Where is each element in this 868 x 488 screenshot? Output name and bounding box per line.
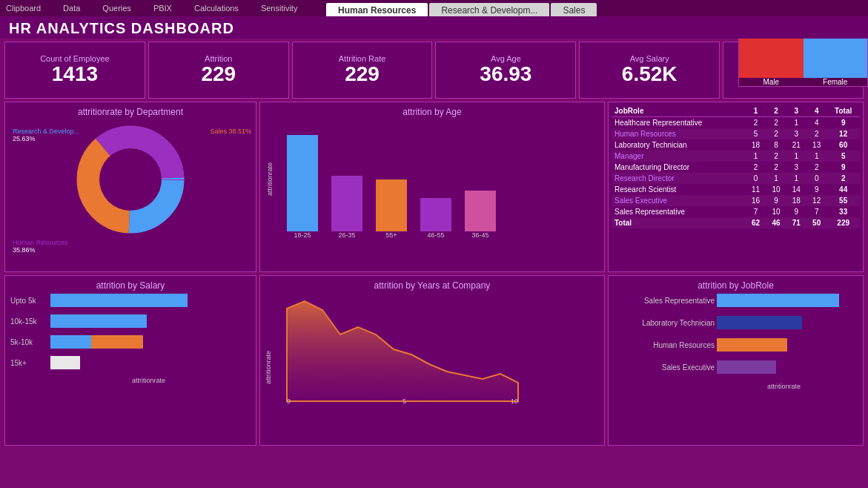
col1-cell: 5 (746, 128, 766, 139)
age-bar-46-55 (420, 198, 451, 231)
col3-cell: 1 (786, 173, 806, 184)
col-4: 4 (806, 105, 826, 117)
kpi-card-1: Attrition 229 (148, 42, 289, 99)
age-bar-title: attrition by Age (265, 107, 600, 117)
table-row: Research Director 0 1 1 0 2 (612, 173, 860, 184)
col1-cell: 0 (746, 173, 766, 184)
svg-text:0: 0 (287, 398, 291, 405)
jobrole-bar-chart: attrition by JobRole Sales Representativ… (608, 275, 864, 446)
job-role-table: JobRole 1 2 3 4 Total Healthcare Represe… (612, 105, 860, 228)
salary-bar-5k10k-blue (50, 335, 91, 349)
table-row: Human Resources 5 2 3 2 12 (612, 128, 860, 139)
table-row: Manager 1 2 1 1 5 (612, 151, 860, 162)
table-row: Healthcare Representative 2 2 1 4 9 (612, 117, 860, 129)
main-header: HR ANALYTICS DASHBOARD (0, 16, 868, 39)
col3-cell: 21 (786, 139, 806, 151)
age-bar-label-26-35: 26-35 (338, 231, 355, 239)
kpi-card-4: Avg Salary 6.52K (579, 42, 720, 99)
nav-clipboard[interactable]: Clipboard (6, 4, 41, 13)
jobrole-bar-title: attrition by JobRole (613, 280, 858, 291)
col2-cell: 10 (766, 184, 786, 195)
jobrole-label-labtech: Laboratory Technician (614, 319, 715, 327)
kpi-value-4: 6.52K (622, 63, 677, 86)
jobrole-cell: Manager (612, 151, 746, 162)
tab-research[interactable]: Research & Developm... (429, 3, 549, 18)
col2-cell: 10 (766, 206, 786, 217)
salary-bar-5k10k-orange (91, 335, 143, 349)
jobrole-cell: Sales Representative (612, 206, 746, 217)
svg-text:5: 5 (402, 398, 406, 405)
table-row: Sales Representative 7 10 9 7 33 (612, 206, 860, 217)
tab-sales[interactable]: Sales (551, 3, 597, 18)
donut-label-hr: Human Resources35.86% (13, 239, 68, 254)
col4-cell: 12 (806, 195, 826, 206)
col2-cell: 2 (766, 128, 786, 139)
total-cell: 2 (826, 173, 860, 184)
years-line-chart: attrition by Years at Company attritionr… (259, 275, 605, 446)
years-line-title: attrition by Years at Company (265, 280, 600, 291)
table-row: Total 62 46 71 50 229 (612, 217, 860, 228)
total-cell: 60 (826, 139, 860, 151)
col2-cell: 9 (766, 195, 786, 206)
col4-cell: 7 (806, 206, 826, 217)
jobrole-x-label: attritionrate (717, 383, 851, 390)
donut-svg (71, 120, 190, 239)
nav-data[interactable]: Data (63, 4, 80, 13)
col3-cell: 3 (786, 128, 806, 139)
col-total: Total (826, 105, 860, 117)
page-title: HR ANALYTICS DASHBOARD (9, 20, 234, 37)
col1-cell: 2 (746, 117, 766, 129)
col4-cell: 1 (806, 151, 826, 162)
age-bar-18-25 (287, 135, 318, 231)
tab-human-resources[interactable]: Human Resources (326, 3, 428, 18)
salary-label-10k15k: 10k-15k (10, 317, 37, 326)
jobrole-cell: Laboratory Technician (612, 139, 746, 151)
col1-cell: 2 (746, 162, 766, 173)
total-cell: 12 (826, 128, 860, 139)
dept-donut-title: attritionrate by Department (10, 107, 251, 117)
col4-cell: 13 (806, 139, 826, 151)
col2-cell: 1 (766, 173, 786, 184)
years-area-path (287, 301, 518, 401)
total-cell: 44 (826, 184, 860, 195)
col3-cell: 1 (786, 117, 806, 129)
col-2: 2 (766, 105, 786, 117)
nav-queries[interactable]: Queries (102, 4, 131, 13)
jobrole-label-salesrep: Sales Representative (614, 297, 715, 305)
jobrole-cell: Manufacturing Director (612, 162, 746, 173)
svg-text:10: 10 (511, 398, 518, 405)
age-bar-55plus (376, 179, 407, 231)
col3-cell: 9 (786, 206, 806, 217)
age-bar-label-46-55: 46-55 (427, 231, 444, 239)
nav-pbix[interactable]: PBIX (153, 4, 172, 13)
col1-cell: 18 (746, 139, 766, 151)
salary-bar-10k15k-blue (50, 314, 147, 328)
col1-cell: 1 (746, 151, 766, 162)
nav-calculations[interactable]: Calculations (194, 4, 239, 13)
salary-label-5k10k: 5k-10k (10, 338, 33, 346)
col2-cell: 8 (766, 139, 786, 151)
salary-label-15kplus: 15k+ (10, 359, 27, 367)
jobrole-cell: Healthcare Representative (612, 117, 746, 129)
jobrole-cell: Human Resources (612, 128, 746, 139)
col4-cell: 50 (806, 217, 826, 228)
total-cell: 5 (826, 151, 860, 162)
gender-male-label: Male (739, 78, 804, 86)
jobrole-bar-salesexec (717, 360, 776, 374)
nav-sensitivity[interactable]: Sensitivity (261, 4, 298, 13)
salary-label-upto5k: Upto 5k (10, 297, 36, 305)
col3-cell: 71 (786, 217, 806, 228)
gender-female-label: Female (804, 78, 868, 86)
col2-cell: 2 (766, 151, 786, 162)
age-bar-y-label: attritionrate (266, 162, 274, 196)
kpi-value-3: 36.93 (480, 63, 531, 86)
jobrole-table: JobRole 1 2 3 4 Total Healthcare Represe… (608, 102, 864, 272)
col1-cell: 62 (746, 217, 766, 228)
salary-bar-15kplus (50, 356, 80, 369)
col1-cell: 16 (746, 195, 766, 206)
age-bar-36-45 (465, 191, 496, 231)
donut-label-research: Research & Develop...25.63% (13, 128, 79, 142)
table-row: Research Scientist 11 10 14 9 44 (612, 184, 860, 195)
col3-cell: 1 (786, 151, 806, 162)
col4-cell: 2 (806, 162, 826, 173)
